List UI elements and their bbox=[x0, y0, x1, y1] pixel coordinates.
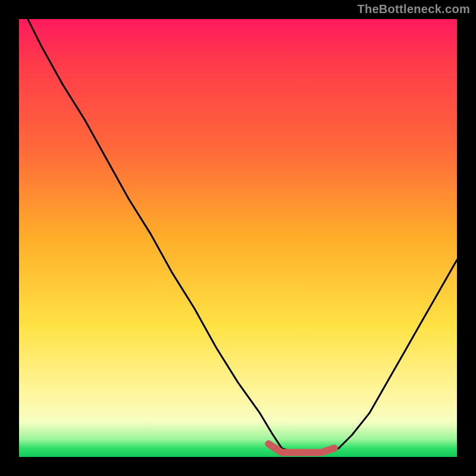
plot-area bbox=[19, 19, 457, 457]
optimal-range-marker bbox=[269, 444, 334, 453]
chart-frame: TheBottleneck.com bbox=[0, 0, 476, 476]
chart-svg bbox=[19, 19, 457, 457]
bottleneck-curve bbox=[28, 19, 457, 453]
watermark-text: TheBottleneck.com bbox=[357, 2, 470, 16]
